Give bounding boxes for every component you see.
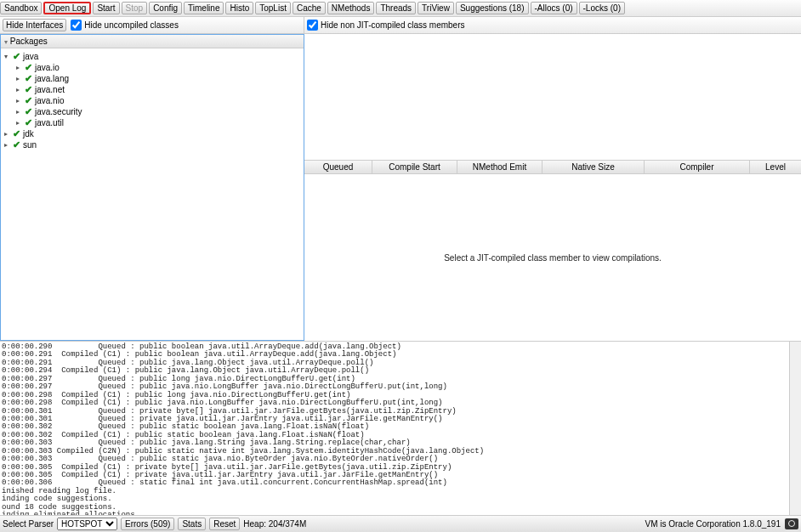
camera-icon[interactable]	[785, 518, 798, 529]
tree-label: java.nio	[35, 96, 64, 105]
disclosure-arrow-icon[interactable]: ▸	[14, 75, 21, 82]
tree-node-java-lang[interactable]: ▸✔java.lang	[3, 73, 302, 84]
cache-button[interactable]: Cache	[293, 2, 326, 14]
tree-node-java-security[interactable]: ▸✔java.security	[3, 106, 302, 117]
open-log-button[interactable]: Open Log	[43, 2, 91, 14]
check-icon: ✔	[23, 84, 33, 95]
allocs-button[interactable]: -Allocs (0)	[531, 2, 577, 14]
disclosure-arrow-icon[interactable]: ▸	[14, 119, 21, 127]
triview-button[interactable]: TriView	[418, 2, 454, 14]
hide-uncompiled-checkbox[interactable]: Hide uncompiled classes	[71, 20, 179, 31]
tree-node-sun[interactable]: ▸✔sun	[3, 139, 302, 150]
select-parser-label: Select Parser	[3, 519, 54, 529]
parser-select[interactable]: HOTSPOT	[57, 518, 117, 530]
suggestions-button[interactable]: Suggestions (18)	[456, 2, 529, 14]
tree-node-java-util[interactable]: ▸✔java.util	[3, 117, 302, 128]
hide-uncompiled-label: Hide uncompiled classes	[84, 20, 179, 30]
disclosure-arrow-icon[interactable]: ▸	[14, 108, 21, 116]
check-icon: ✔	[11, 51, 21, 62]
reset-button[interactable]: Reset	[209, 518, 240, 530]
col-native-size[interactable]: Native Size	[543, 161, 645, 173]
config-button[interactable]: Config	[149, 2, 182, 14]
col-level[interactable]: Level	[750, 161, 801, 173]
stop-button: Stop	[122, 2, 148, 14]
tree-node-jdk[interactable]: ▸✔jdk	[3, 128, 302, 139]
check-icon: ✔	[23, 117, 33, 128]
tree-label: java	[23, 52, 38, 61]
tree-label: java.net	[35, 85, 65, 94]
disclosure-arrow-icon[interactable]: ▸	[3, 130, 9, 138]
check-icon: ✔	[11, 139, 21, 150]
details-pane: Queued Compile Start NMethod Emit Native…	[304, 34, 801, 341]
tree-node-java-net[interactable]: ▸✔java.net	[3, 84, 302, 95]
hide-interfaces-button[interactable]: Hide Interfaces	[3, 19, 66, 31]
compilations-table: Select a JIT-compiled class member to vi…	[304, 174, 801, 341]
stats-button[interactable]: Stats	[178, 518, 206, 530]
tree-label: java.lang	[35, 74, 69, 83]
hide-non-jit-label: Hide non JIT-compiled class members	[321, 20, 465, 30]
tree-node-java-nio[interactable]: ▸✔java.nio	[3, 95, 302, 106]
col-compile-start[interactable]: Compile Start	[372, 161, 457, 173]
tree-label: java.io	[35, 63, 60, 72]
status-bar: Select Parser HOTSPOT Errors (509) Stats…	[0, 515, 801, 532]
tree-label: sun	[23, 140, 37, 150]
hide-non-jit-checkbox[interactable]: Hide non JIT-compiled class members	[307, 20, 465, 31]
sandbox-button[interactable]: Sandbox	[0, 2, 42, 14]
heap-label: Heap: 204/374M	[243, 519, 306, 529]
histo-button[interactable]: Histo	[225, 2, 253, 14]
check-icon: ✔	[11, 128, 21, 139]
check-icon: ✔	[23, 106, 33, 117]
tree-label: java.security	[35, 107, 82, 116]
locks-button[interactable]: -Locks (0)	[579, 2, 625, 14]
disclosure-arrow-icon[interactable]: ▾	[3, 53, 9, 60]
disclosure-arrow-icon[interactable]: ▸	[14, 97, 21, 105]
threads-button[interactable]: Threads	[376, 2, 416, 14]
log-scrollbar[interactable]	[789, 342, 801, 515]
tree-header[interactable]: ▾ Packages	[1, 35, 304, 48]
tree-node-java[interactable]: ▾✔java	[3, 51, 302, 62]
main-area: ▾ Packages ▾✔java▸✔java.io▸✔java.lang▸✔j…	[0, 34, 801, 341]
compilation-columns: Queued Compile Start NMethod Emit Native…	[304, 160, 801, 174]
log-output[interactable]: 0:00:00.290 Queued : public boolean java…	[0, 342, 789, 515]
toplist-button[interactable]: TopList	[255, 2, 291, 14]
members-list[interactable]	[304, 34, 801, 160]
start-button[interactable]: Start	[93, 2, 119, 14]
packages-pane: ▾ Packages ▾✔java▸✔java.io▸✔java.lang▸✔j…	[0, 34, 304, 341]
check-icon: ✔	[23, 73, 33, 84]
check-icon: ✔	[23, 95, 33, 106]
check-icon: ✔	[23, 62, 33, 73]
nmethods-button[interactable]: NMethods	[327, 2, 375, 14]
log-text: 0:00:00.290 Queued : public boolean java…	[2, 343, 787, 515]
tree-body[interactable]: ▾✔java▸✔java.io▸✔java.lang▸✔java.net▸✔ja…	[1, 48, 304, 340]
filter-bar: Hide Interfaces Hide uncompiled classes …	[0, 17, 801, 34]
col-compiler[interactable]: Compiler	[645, 161, 750, 173]
col-queued[interactable]: Queued	[304, 161, 372, 173]
toolbar: Sandbox Open Log Start Stop Config Timel…	[0, 0, 801, 17]
disclosure-arrow-icon[interactable]: ▸	[14, 86, 21, 93]
errors-button[interactable]: Errors (509)	[121, 518, 174, 530]
vm-label: VM is Oracle Corporation 1.8.0_191	[645, 519, 781, 529]
bottom-pane: 0:00:00.290 Queued : public boolean java…	[0, 341, 801, 532]
col-nmethod-emit[interactable]: NMethod Emit	[457, 161, 543, 173]
hide-uncompiled-input[interactable]	[71, 20, 82, 31]
tree-node-java-io[interactable]: ▸✔java.io	[3, 62, 302, 73]
disclosure-arrow-icon[interactable]: ▸	[3, 141, 9, 149]
timeline-button[interactable]: Timeline	[184, 2, 224, 14]
hint-text: Select a JIT-compiled class member to vi…	[444, 253, 662, 263]
tree-label: java.util	[35, 118, 64, 127]
hide-non-jit-input[interactable]	[307, 20, 318, 31]
tree-label: jdk	[23, 129, 34, 139]
disclosure-arrow-icon[interactable]: ▸	[14, 64, 21, 71]
